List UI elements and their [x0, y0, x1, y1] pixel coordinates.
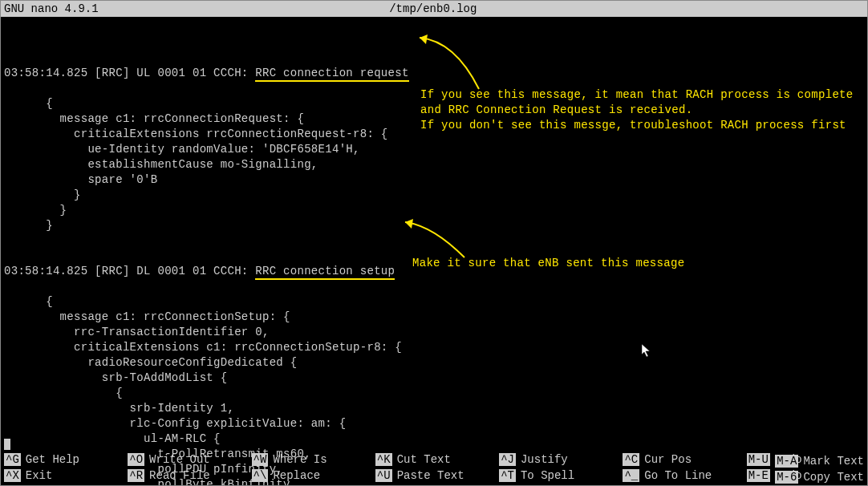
titlebar: GNU nano 4.9.1 /tmp/enb0.log: [1, 1, 867, 17]
log-block-1: { message c1: rrcConnectionRequest: { cr…: [4, 96, 864, 249]
log-line-2: 03:58:14.825 [RRC] DL 0001 01 CCCH: RRC …: [4, 264, 864, 279]
shortcut-bar: ^GGet Help^OWrite Out^WWhere Is^KCut Tex…: [1, 452, 867, 485]
text-cursor: [4, 439, 10, 450]
shortcut-item: ^\Replace: [252, 469, 369, 482]
shortcut-item: ^TTo Spell: [499, 469, 616, 482]
shortcut-item: ^GGet Help: [4, 453, 121, 466]
shortcut-item: ^UPaste Text: [375, 469, 493, 482]
shortcut-item: ^CCur Pos: [623, 453, 740, 466]
highlight-rrc-setup: RRC connection setup: [255, 265, 395, 280]
shortcut-extra-1: M-AMark Text: [775, 455, 864, 468]
shortcut-item: ^KCut Text: [375, 453, 493, 466]
highlight-rrc-request: RRC connection request: [255, 67, 408, 82]
mouse-cursor-icon: [625, 328, 652, 362]
shortcut-item: ^XExit: [4, 469, 121, 482]
editor-content[interactable]: 03:58:14.825 [RRC] UL 0001 01 CCCH: RRC …: [1, 17, 867, 486]
shortcut-extra-2: M-6Copy Text: [775, 471, 864, 484]
file-name: /tmp/enb0.log: [99, 2, 768, 15]
shortcut-item: ^_Go To Line: [623, 469, 740, 482]
app-name: GNU nano 4.9.1: [4, 2, 99, 15]
shortcut-item: ^OWrite Out: [128, 453, 245, 466]
shortcut-item: ^WWhere Is: [252, 453, 369, 466]
shortcut-item: ^JJustify: [499, 453, 616, 466]
log-line-1: 03:58:14.825 [RRC] UL 0001 01 CCCH: RRC …: [4, 66, 864, 81]
shortcut-item: ^RRead File: [128, 469, 245, 482]
